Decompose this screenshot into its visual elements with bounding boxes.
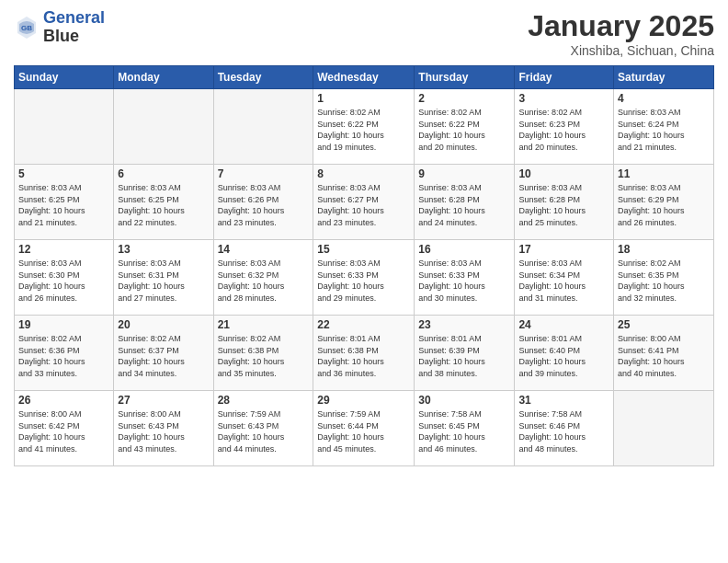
calendar-cell: 17Sunrise: 8:03 AM Sunset: 6:34 PM Dayli… — [515, 240, 614, 316]
calendar-cell: 4Sunrise: 8:03 AM Sunset: 6:24 PM Daylig… — [614, 89, 714, 165]
day-info: Sunrise: 8:00 AM Sunset: 6:41 PM Dayligh… — [618, 333, 710, 379]
day-number: 6 — [118, 167, 209, 180]
day-number: 27 — [118, 394, 209, 407]
logo: GB General Blue — [14, 9, 105, 46]
page: GB General Blue January 2025 Xinshiba, S… — [0, 0, 728, 563]
day-info: Sunrise: 8:03 AM Sunset: 6:26 PM Dayligh… — [218, 182, 310, 228]
calendar-cell: 27Sunrise: 8:00 AM Sunset: 6:43 PM Dayli… — [114, 391, 213, 466]
day-number: 3 — [518, 92, 609, 105]
calendar-cell: 15Sunrise: 8:03 AM Sunset: 6:33 PM Dayli… — [313, 240, 415, 316]
day-info: Sunrise: 8:03 AM Sunset: 6:30 PM Dayligh… — [18, 258, 109, 304]
day-number: 22 — [317, 318, 410, 331]
calendar-cell: 23Sunrise: 8:01 AM Sunset: 6:39 PM Dayli… — [415, 316, 515, 391]
day-info: Sunrise: 7:59 AM Sunset: 6:43 PM Dayligh… — [218, 408, 310, 454]
day-info: Sunrise: 8:01 AM Sunset: 6:39 PM Dayligh… — [418, 333, 510, 379]
calendar-cell: 7Sunrise: 8:03 AM Sunset: 6:26 PM Daylig… — [213, 165, 313, 240]
day-info: Sunrise: 8:03 AM Sunset: 6:32 PM Dayligh… — [218, 258, 310, 304]
day-number: 21 — [218, 318, 310, 331]
day-number: 9 — [418, 167, 510, 180]
week-row-1: 5Sunrise: 8:03 AM Sunset: 6:25 PM Daylig… — [15, 165, 714, 240]
day-number: 20 — [118, 318, 209, 331]
day-info: Sunrise: 8:03 AM Sunset: 6:34 PM Dayligh… — [518, 258, 609, 304]
logo-general: General — [43, 8, 105, 27]
day-info: Sunrise: 8:03 AM Sunset: 6:25 PM Dayligh… — [18, 182, 109, 228]
week-row-0: 1Sunrise: 8:02 AM Sunset: 6:22 PM Daylig… — [15, 89, 714, 165]
day-info: Sunrise: 7:58 AM Sunset: 6:45 PM Dayligh… — [418, 408, 510, 454]
calendar-cell: 21Sunrise: 8:02 AM Sunset: 6:38 PM Dayli… — [213, 316, 313, 391]
day-info: Sunrise: 8:02 AM Sunset: 6:35 PM Dayligh… — [618, 258, 710, 304]
day-info: Sunrise: 8:02 AM Sunset: 6:22 PM Dayligh… — [418, 107, 510, 153]
day-info: Sunrise: 8:03 AM Sunset: 6:33 PM Dayligh… — [317, 258, 410, 304]
day-info: Sunrise: 8:03 AM Sunset: 6:29 PM Dayligh… — [618, 182, 710, 228]
calendar-cell: 8Sunrise: 8:03 AM Sunset: 6:27 PM Daylig… — [313, 165, 415, 240]
day-number: 13 — [118, 243, 209, 256]
calendar-cell: 2Sunrise: 8:02 AM Sunset: 6:22 PM Daylig… — [415, 89, 515, 165]
calendar-cell: 16Sunrise: 8:03 AM Sunset: 6:33 PM Dayli… — [415, 240, 515, 316]
day-info: Sunrise: 8:02 AM Sunset: 6:23 PM Dayligh… — [518, 107, 609, 153]
calendar-cell: 29Sunrise: 7:59 AM Sunset: 6:44 PM Dayli… — [313, 391, 415, 466]
day-info: Sunrise: 7:59 AM Sunset: 6:44 PM Dayligh… — [317, 408, 410, 454]
day-info: Sunrise: 8:03 AM Sunset: 6:24 PM Dayligh… — [618, 107, 710, 153]
day-info: Sunrise: 8:02 AM Sunset: 6:22 PM Dayligh… — [317, 107, 410, 153]
day-number: 5 — [18, 167, 109, 180]
calendar-cell: 5Sunrise: 8:03 AM Sunset: 6:25 PM Daylig… — [15, 165, 114, 240]
week-row-4: 26Sunrise: 8:00 AM Sunset: 6:42 PM Dayli… — [15, 391, 714, 466]
svg-text:GB: GB — [21, 24, 32, 32]
calendar-cell: 12Sunrise: 8:03 AM Sunset: 6:30 PM Dayli… — [15, 240, 114, 316]
day-number: 31 — [518, 394, 609, 407]
location: Xinshiba, Sichuan, China — [528, 43, 714, 58]
calendar-cell: 18Sunrise: 8:02 AM Sunset: 6:35 PM Dayli… — [614, 240, 714, 316]
calendar-cell: 1Sunrise: 8:02 AM Sunset: 6:22 PM Daylig… — [313, 89, 415, 165]
calendar-cell: 31Sunrise: 7:58 AM Sunset: 6:46 PM Dayli… — [515, 391, 614, 466]
calendar-cell: 20Sunrise: 8:02 AM Sunset: 6:37 PM Dayli… — [114, 316, 213, 391]
calendar-cell: 22Sunrise: 8:01 AM Sunset: 6:38 PM Dayli… — [313, 316, 415, 391]
day-number: 25 — [618, 318, 710, 331]
day-info: Sunrise: 8:03 AM Sunset: 6:25 PM Dayligh… — [118, 182, 209, 228]
calendar-cell: 14Sunrise: 8:03 AM Sunset: 6:32 PM Dayli… — [213, 240, 313, 316]
day-info: Sunrise: 8:03 AM Sunset: 6:31 PM Dayligh… — [118, 258, 209, 304]
calendar-cell: 24Sunrise: 8:01 AM Sunset: 6:40 PM Dayli… — [515, 316, 614, 391]
calendar-table: SundayMondayTuesdayWednesdayThursdayFrid… — [14, 65, 714, 466]
day-info: Sunrise: 8:00 AM Sunset: 6:43 PM Dayligh… — [118, 408, 209, 454]
calendar-cell: 10Sunrise: 8:03 AM Sunset: 6:28 PM Dayli… — [515, 165, 614, 240]
weekday-header-tuesday: Tuesday — [213, 66, 313, 89]
day-info: Sunrise: 8:03 AM Sunset: 6:27 PM Dayligh… — [317, 182, 410, 228]
weekday-header-monday: Monday — [114, 66, 213, 89]
title-block: January 2025 Xinshiba, Sichuan, China — [528, 9, 714, 58]
calendar-cell: 3Sunrise: 8:02 AM Sunset: 6:23 PM Daylig… — [515, 89, 614, 165]
calendar-cell: 11Sunrise: 8:03 AM Sunset: 6:29 PM Dayli… — [614, 165, 714, 240]
calendar-cell: 30Sunrise: 7:58 AM Sunset: 6:45 PM Dayli… — [415, 391, 515, 466]
calendar-cell — [213, 89, 313, 165]
day-info: Sunrise: 8:01 AM Sunset: 6:38 PM Dayligh… — [317, 333, 410, 379]
logo-blue: Blue — [43, 28, 105, 46]
day-number: 14 — [218, 243, 310, 256]
calendar-cell: 28Sunrise: 7:59 AM Sunset: 6:43 PM Dayli… — [213, 391, 313, 466]
day-number: 15 — [317, 243, 410, 256]
day-info: Sunrise: 8:03 AM Sunset: 6:33 PM Dayligh… — [418, 258, 510, 304]
day-number: 7 — [218, 167, 310, 180]
day-number: 12 — [18, 243, 109, 256]
logo-icon: GB — [14, 15, 40, 40]
calendar-cell: 13Sunrise: 8:03 AM Sunset: 6:31 PM Dayli… — [114, 240, 213, 316]
day-number: 23 — [418, 318, 510, 331]
day-number: 8 — [317, 167, 410, 180]
day-number: 1 — [317, 92, 410, 105]
day-number: 10 — [518, 167, 609, 180]
day-number: 16 — [418, 243, 510, 256]
day-number: 26 — [18, 394, 109, 407]
day-number: 28 — [218, 394, 310, 407]
day-info: Sunrise: 8:02 AM Sunset: 6:36 PM Dayligh… — [18, 333, 109, 379]
weekday-header-sunday: Sunday — [15, 66, 114, 89]
week-row-2: 12Sunrise: 8:03 AM Sunset: 6:30 PM Dayli… — [15, 240, 714, 316]
week-row-3: 19Sunrise: 8:02 AM Sunset: 6:36 PM Dayli… — [15, 316, 714, 391]
calendar-cell: 19Sunrise: 8:02 AM Sunset: 6:36 PM Dayli… — [15, 316, 114, 391]
calendar-cell: 26Sunrise: 8:00 AM Sunset: 6:42 PM Dayli… — [15, 391, 114, 466]
day-number: 24 — [518, 318, 609, 331]
day-info: Sunrise: 7:58 AM Sunset: 6:46 PM Dayligh… — [518, 408, 609, 454]
calendar-cell — [15, 89, 114, 165]
header: GB General Blue January 2025 Xinshiba, S… — [14, 9, 714, 58]
day-info: Sunrise: 8:03 AM Sunset: 6:28 PM Dayligh… — [518, 182, 609, 228]
day-number: 4 — [618, 92, 710, 105]
weekday-header-saturday: Saturday — [614, 66, 714, 89]
day-info: Sunrise: 8:01 AM Sunset: 6:40 PM Dayligh… — [518, 333, 609, 379]
